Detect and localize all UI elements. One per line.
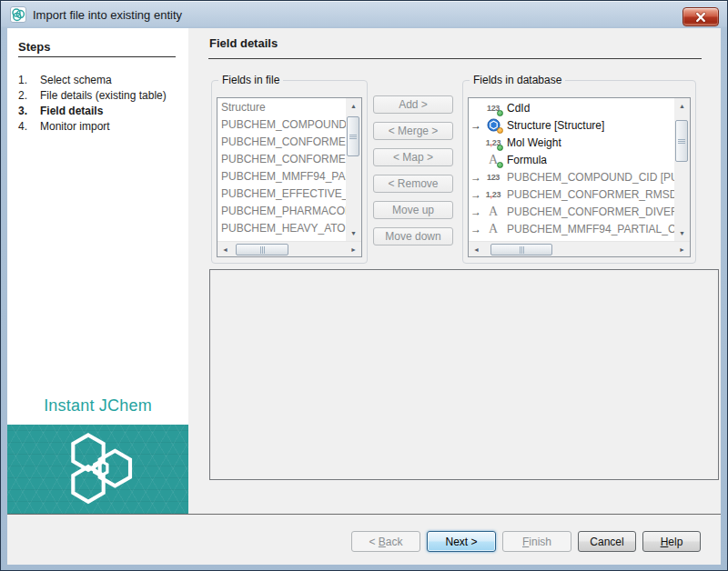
- file-list-scroll-left-icon[interactable]: ◄: [217, 242, 233, 257]
- steps-item[interactable]: 2.File details (existing table): [18, 88, 183, 104]
- status-badge-green: [497, 110, 503, 116]
- footer-buttons: < BackNext >FinishCancelHelp: [351, 531, 701, 552]
- db-list-horizontal-scrollbar[interactable]: ◄►: [469, 241, 690, 256]
- db-list-scroll-right-icon[interactable]: ►: [674, 242, 690, 257]
- db-field-label: PUBCHEM_MMFF94_PARTIAL_CHA: [507, 223, 674, 235]
- db-field-label: Mol Weight: [507, 136, 561, 149]
- db-field-label: CdId: [507, 102, 530, 115]
- import-wizard-dialog: Import file into existing entity Steps 1…: [0, 0, 728, 571]
- step-label: Field details: [40, 104, 183, 119]
- mapped-arrow-icon: →: [470, 171, 480, 184]
- db-field-label: PUBCHEM_CONFORMER_DIVERSEO: [507, 205, 674, 218]
- status-badge-orange: [497, 127, 503, 134]
- file-fields-list[interactable]: StructurePUBCHEM_COMPOUND_CPUBCHEM_CONFO…: [217, 97, 362, 257]
- step-number: 4.: [18, 119, 40, 135]
- step-number: 1.: [18, 73, 40, 88]
- db-field-label: PUBCHEM_COMPOUND_CID [PUBC: [507, 171, 674, 184]
- steps-header: Steps: [18, 40, 176, 57]
- step-label: Select schema: [40, 73, 183, 88]
- jchem-hexagon-logo-icon: [48, 427, 148, 511]
- step-number: 2.: [18, 88, 40, 104]
- steps-item[interactable]: 1.Select schema: [18, 73, 183, 88]
- db-fields-rows: 123CdId→Structure [Structure]1,23Mol Wei…: [469, 99, 674, 241]
- help-button[interactable]: Help: [642, 531, 701, 552]
- steps-list: 1.Select schema2.File details (existing …: [18, 73, 183, 135]
- file-list-horizontal-scroll-thumb[interactable]: [236, 244, 288, 255]
- steps-item[interactable]: 4.Monitor import: [18, 119, 183, 135]
- file-field-item[interactable]: PUBCHEM_CONFORMER_: [217, 151, 346, 168]
- step-label: Monitor import: [40, 119, 183, 135]
- file-list-scroll-down-icon[interactable]: ▼: [346, 225, 361, 241]
- steps-item[interactable]: 3.Field details: [18, 104, 183, 119]
- mapped-arrow-icon: →: [470, 205, 480, 218]
- db-field-item[interactable]: →1,23PUBCHEM_CONFORMER_RMSD [PU: [469, 185, 674, 203]
- field-type-integer-icon: 123: [482, 101, 504, 115]
- db-fields-list[interactable]: 123CdId→Structure [Structure]1,23Mol Wei…: [468, 97, 691, 257]
- field-type-decimal-icon: 1,23: [482, 187, 504, 202]
- file-field-item[interactable]: PUBCHEM_PHARMACOPH: [217, 203, 346, 220]
- field-detail-panel: [209, 269, 719, 480]
- close-button[interactable]: [682, 7, 719, 26]
- brand-text: Instant JChem: [7, 396, 188, 416]
- transfer-actions: Add >< Merge >< Map >< RemoveMove upMove…: [373, 95, 453, 254]
- field-type-structure-icon: [482, 118, 504, 133]
- steps-panel: Steps 1.Select schema2.File details (exi…: [7, 28, 188, 514]
- file-field-item[interactable]: PUBCHEM_HEAVY_ATOM: [217, 220, 346, 237]
- db-list-vertical-scroll-thumb[interactable]: [675, 120, 688, 162]
- step-number: 3.: [18, 104, 40, 119]
- next-button[interactable]: Next >: [427, 531, 496, 552]
- map-button[interactable]: < Map >: [373, 148, 453, 166]
- db-list-vertical-scrollbar[interactable]: ▲▼: [674, 98, 690, 241]
- thumb-grip: [260, 246, 265, 254]
- finish-button[interactable]: Finish: [502, 531, 571, 552]
- db-field-label: Structure [Structure]: [507, 119, 604, 132]
- file-field-item[interactable]: PUBCHEM_MMFF94_PAR: [217, 168, 346, 185]
- dialog-client: Steps 1.Select schema2.File details (exi…: [7, 28, 721, 565]
- page-title-rule: [208, 58, 702, 59]
- db-field-item[interactable]: 123CdId: [469, 99, 674, 116]
- cancel-button[interactable]: Cancel: [578, 531, 636, 552]
- file-list-vertical-scroll-thumb[interactable]: [347, 116, 359, 156]
- thumb-grip: [349, 135, 357, 139]
- db-field-item[interactable]: →123PUBCHEM_COMPOUND_CID [PUBC: [469, 168, 674, 185]
- field-type-text-icon: A: [482, 222, 504, 236]
- remove-button[interactable]: < Remove: [373, 175, 453, 193]
- db-field-item[interactable]: →APUBCHEM_MMFF94_PARTIAL_CHA: [469, 220, 674, 237]
- db-list-scroll-up-icon[interactable]: ▲: [674, 98, 690, 114]
- window-title: Import file into existing entity: [33, 8, 182, 22]
- field-type-integer-icon: 123: [482, 170, 504, 185]
- db-field-label: PUBCHEM_CONFORMER_RMSD [PU: [507, 188, 674, 201]
- file-list-scroll-up-icon[interactable]: ▲: [346, 98, 361, 114]
- fields-in-file-group: Fields in file StructurePUBCHEM_COMPOUND…: [211, 80, 368, 264]
- back-button[interactable]: < Back: [351, 531, 420, 552]
- db-list-scroll-left-icon[interactable]: ◄: [469, 242, 484, 257]
- add-button[interactable]: Add >: [373, 95, 453, 114]
- file-list-horizontal-scrollbar[interactable]: ◄►: [217, 241, 361, 256]
- db-list-scroll-down-icon[interactable]: ▼: [674, 225, 690, 241]
- mapped-arrow-icon: →: [470, 188, 480, 201]
- db-list-horizontal-scroll-thumb[interactable]: [490, 244, 552, 255]
- db-field-item[interactable]: 1,23Mol Weight: [469, 134, 674, 151]
- footer-separator: [7, 514, 721, 515]
- brand-banner: [7, 425, 188, 514]
- thumb-grip: [520, 246, 524, 254]
- fields-in-file-label: Fields in file: [218, 74, 283, 86]
- fields-in-database-label: Fields in database: [470, 74, 565, 86]
- title-bar[interactable]: Import file into existing entity: [1, 1, 727, 28]
- field-type-decimal-icon: 1,23: [482, 135, 504, 150]
- jchem-app-icon: [10, 6, 26, 23]
- move-up-button[interactable]: Move up: [373, 201, 453, 219]
- file-list-scroll-right-icon[interactable]: ►: [346, 242, 361, 257]
- db-field-item[interactable]: AFormula: [469, 151, 674, 168]
- step-label: File details (existing table): [40, 88, 183, 104]
- move-down-button[interactable]: Move down: [373, 227, 453, 245]
- status-badge-green: [497, 162, 503, 168]
- merge-button[interactable]: < Merge >: [373, 122, 453, 140]
- file-list-vertical-scrollbar[interactable]: ▲▼: [346, 98, 361, 241]
- file-field-item[interactable]: Structure: [217, 99, 346, 116]
- file-field-item[interactable]: PUBCHEM_COMPOUND_C: [217, 116, 346, 134]
- db-field-item[interactable]: →Structure [Structure]: [469, 116, 674, 134]
- file-field-item[interactable]: PUBCHEM_CONFORMER_: [217, 134, 346, 151]
- db-field-item[interactable]: →APUBCHEM_CONFORMER_DIVERSEO: [469, 203, 674, 220]
- file-field-item[interactable]: PUBCHEM_EFFECTIVE_R: [217, 185, 346, 203]
